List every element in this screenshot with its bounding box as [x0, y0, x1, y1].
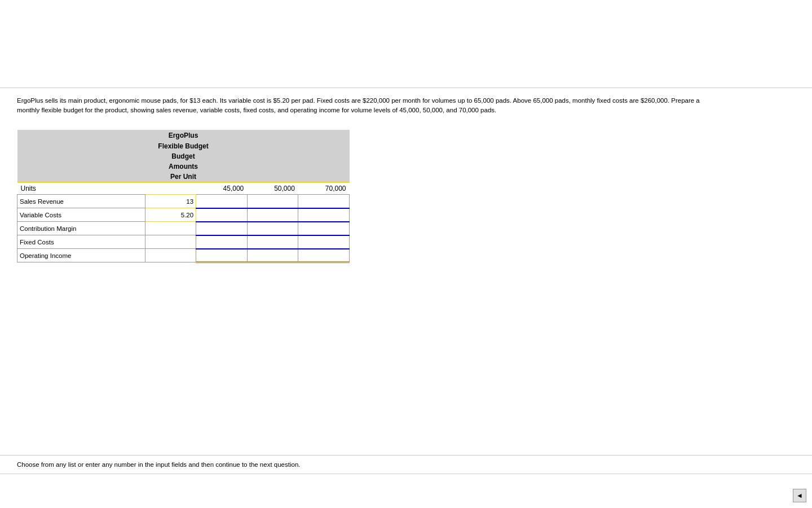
col-70000-label: 70,000	[325, 185, 346, 192]
operating-income-per-unit-cell[interactable]	[145, 249, 196, 262]
fixed-costs-45000-input[interactable]	[196, 236, 247, 248]
col-70000-header: 70,000	[298, 182, 350, 195]
units-header-row: Units 45,000 50,000 70,000	[17, 182, 350, 195]
variable-costs-45000-cell[interactable]	[196, 208, 248, 222]
variable-costs-45000-input[interactable]	[196, 209, 247, 221]
variable-costs-label: Variable Costs	[17, 208, 145, 222]
title-line3-cell: Amounts	[17, 161, 350, 172]
table-row-fixed-costs: Fixed Costs	[17, 235, 350, 249]
title-line2-cell: Budget	[17, 151, 350, 161]
table-row-contribution-margin: Contribution Margin	[17, 222, 350, 235]
top-divider	[0, 87, 812, 88]
contribution-margin-label: Contribution Margin	[17, 222, 145, 235]
sales-revenue-70000-cell[interactable]	[298, 195, 350, 208]
sales-revenue-70000-input[interactable]	[298, 195, 349, 208]
problem-line-1: ErgoPlus sells its main product, ergonom…	[17, 97, 700, 104]
variable-costs-per-unit-input[interactable]	[145, 208, 196, 221]
contribution-margin-45000-input[interactable]	[196, 222, 247, 235]
title-line4-cell: Per Unit	[17, 172, 350, 182]
flexible-budget-table: ErgoPlus Flexible Budget Budget Amounts …	[17, 130, 350, 263]
contribution-margin-45000-cell[interactable]	[196, 222, 248, 235]
header-row-company: ErgoPlus	[17, 130, 350, 141]
variable-costs-per-unit-cell[interactable]	[145, 208, 196, 222]
fixed-costs-label: Fixed Costs	[17, 235, 145, 249]
units-label: Units	[17, 182, 145, 195]
col-50000-label: 50,000	[274, 185, 295, 192]
back-button[interactable]: ◄	[793, 489, 806, 502]
fixed-costs-70000-cell[interactable]	[298, 235, 350, 249]
fixed-costs-per-unit-cell[interactable]	[145, 235, 196, 249]
header-row-title2: Budget	[17, 151, 350, 161]
contribution-margin-per-unit-input[interactable]	[145, 222, 196, 235]
title-line1: Flexible Budget	[158, 142, 208, 150]
sales-revenue-per-unit-input[interactable]	[145, 195, 196, 208]
units-text: Units	[21, 185, 36, 192]
sales-revenue-label: Sales Revenue	[17, 195, 145, 208]
variable-costs-50000-cell[interactable]	[247, 208, 298, 222]
header-row-title1: Flexible Budget	[17, 141, 350, 151]
sales-revenue-45000-input[interactable]	[196, 195, 247, 208]
title-line1-cell: Flexible Budget	[17, 141, 350, 151]
table-row-operating-income: Operating Income	[17, 249, 350, 262]
sales-revenue-50000-cell[interactable]	[247, 195, 298, 208]
bottom-divider-top	[0, 455, 812, 456]
flexible-budget-table-container: ErgoPlus Flexible Budget Budget Amounts …	[17, 130, 350, 263]
fixed-costs-50000-input[interactable]	[248, 236, 298, 248]
problem-text: ErgoPlus sells its main product, ergonom…	[17, 96, 795, 116]
variable-costs-50000-input[interactable]	[248, 209, 298, 221]
back-arrow-icon: ◄	[796, 492, 803, 500]
fixed-costs-70000-input[interactable]	[298, 236, 349, 248]
operating-income-50000-input[interactable]	[248, 249, 298, 262]
title-line3: Amounts	[169, 163, 198, 170]
company-name-cell: ErgoPlus	[17, 130, 350, 141]
title-line2: Budget	[171, 152, 195, 160]
table-row-variable-costs: Variable Costs	[17, 208, 350, 222]
col-50000-header: 50,000	[247, 182, 298, 195]
sales-revenue-45000-cell[interactable]	[196, 195, 248, 208]
problem-line-2: monthly flexible budget for the product,…	[17, 107, 496, 113]
fixed-costs-per-unit-input[interactable]	[145, 235, 196, 248]
operating-income-70000-input[interactable]	[298, 249, 349, 262]
contribution-margin-70000-cell[interactable]	[298, 222, 350, 235]
title-line4: Per Unit	[170, 173, 196, 181]
operating-income-70000-cell[interactable]	[298, 249, 350, 262]
company-name: ErgoPlus	[169, 132, 198, 139]
header-row-title4: Per Unit	[17, 172, 350, 182]
operating-income-label: Operating Income	[17, 249, 145, 262]
col-45000-header: 45,000	[196, 182, 248, 195]
contribution-margin-per-unit-cell[interactable]	[145, 222, 196, 235]
variable-costs-70000-cell[interactable]	[298, 208, 350, 222]
operating-income-per-unit-input[interactable]	[145, 249, 196, 262]
col-45000-label: 45,000	[223, 185, 244, 192]
per-unit-col-header	[145, 182, 196, 195]
sales-revenue-50000-input[interactable]	[248, 195, 298, 208]
sales-revenue-per-unit-cell[interactable]	[145, 195, 196, 208]
table-row-sales-revenue: Sales Revenue	[17, 195, 350, 208]
bottom-divider-bottom	[0, 474, 812, 474]
contribution-margin-70000-input[interactable]	[298, 222, 349, 235]
fixed-costs-50000-cell[interactable]	[247, 235, 298, 249]
contribution-margin-50000-cell[interactable]	[247, 222, 298, 235]
operating-income-50000-cell[interactable]	[247, 249, 298, 262]
operating-income-45000-input[interactable]	[196, 249, 247, 262]
contribution-margin-50000-input[interactable]	[248, 222, 298, 235]
header-row-title3: Amounts	[17, 161, 350, 172]
bottom-instruction: Choose from any list or enter any number…	[0, 461, 812, 468]
bottom-section: Choose from any list or enter any number…	[0, 455, 812, 474]
fixed-costs-45000-cell[interactable]	[196, 235, 248, 249]
operating-income-45000-cell[interactable]	[196, 249, 248, 262]
variable-costs-70000-input[interactable]	[298, 209, 349, 221]
